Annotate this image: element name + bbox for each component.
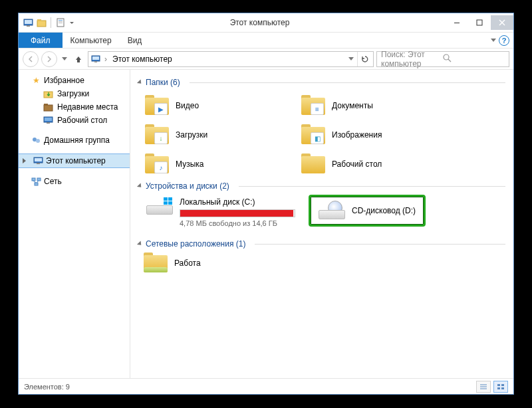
separator: [51, 17, 51, 28]
recent-places-icon: [43, 102, 53, 112]
help-icon[interactable]: ?: [499, 35, 509, 46]
folder-label: Документы: [332, 101, 373, 110]
sidebar-item-label: Недавние места: [57, 102, 118, 112]
view-large-icons-button[interactable]: [493, 381, 508, 393]
svg-rect-6: [59, 20, 63, 21]
drive-label: Локальный диск (C:): [180, 197, 299, 207]
sidebar-item-desktop[interactable]: Рабочий стол: [19, 114, 130, 127]
chevron-right-icon[interactable]: [23, 158, 29, 163]
svg-rect-10: [477, 20, 482, 25]
folder-desktop[interactable]: Рабочий стол: [300, 150, 456, 179]
expand-icon: [137, 79, 143, 85]
breadcrumb-segment[interactable]: Этот компьютер: [110, 54, 175, 64]
folder-icon: ◧: [301, 124, 325, 146]
expand-icon: [137, 241, 143, 247]
network-folder-icon: [144, 253, 168, 274]
highlight-frame: CD-дисковод (D:): [309, 195, 426, 227]
svg-rect-37: [497, 384, 500, 386]
menu-view[interactable]: Вид: [120, 33, 150, 48]
section-folders[interactable]: Папки (6): [138, 78, 505, 87]
sidebar-item-downloads[interactable]: Загрузки: [19, 87, 130, 100]
svg-rect-1: [25, 20, 32, 24]
cd-drive-icon: [319, 201, 345, 221]
breadcrumb-separator-icon[interactable]: ›: [102, 54, 110, 64]
folder-icon: ≡: [301, 95, 325, 116]
section-title: Папки (6): [146, 78, 180, 87]
folder-icon: ♪: [145, 153, 169, 175]
refresh-button[interactable]: [357, 52, 372, 66]
properties-icon[interactable]: [55, 17, 66, 28]
search-icon: [443, 54, 505, 64]
drive-local-c[interactable]: Локальный диск (C:) 4,78 МБ свободно из …: [144, 195, 302, 230]
main-pane[interactable]: Папки (6) ▶ Видео ≡ Документы ↓ Загрузки…: [130, 70, 513, 378]
ribbon-tabs: Файл Компьютер Вид ?: [19, 32, 513, 48]
ribbon-expand-icon[interactable]: [491, 39, 496, 42]
quick-access-toolbar: [23, 17, 74, 28]
folder-label: Видео: [176, 101, 199, 110]
svg-rect-38: [501, 384, 504, 386]
folder-documents[interactable]: ≡ Документы: [300, 91, 456, 120]
svg-rect-8: [59, 23, 63, 23]
svg-rect-19: [44, 105, 53, 111]
svg-rect-23: [47, 122, 50, 124]
drive-label: CD-дисковод (D:): [352, 206, 416, 215]
search-placeholder: Поиск: Этот компьютер: [381, 50, 443, 68]
sidebar-item-recent[interactable]: Недавние места: [19, 100, 130, 114]
sidebar-network[interactable]: Сеть: [19, 175, 130, 188]
section-network[interactable]: Сетевые расположения (1): [138, 239, 505, 249]
folder-label: Изображения: [332, 130, 382, 140]
svg-rect-7: [59, 21, 63, 22]
drive-free-space: 4,78 МБ свободно из 14,6 ГБ: [180, 219, 299, 227]
folder-music[interactable]: ♪ Музыка: [144, 150, 300, 179]
sidebar-item-label: Этот компьютер: [46, 156, 106, 165]
storage-usage-bar: [180, 209, 295, 217]
sidebar-this-pc[interactable]: Этот компьютер: [19, 153, 130, 168]
recent-dropdown-icon[interactable]: [60, 52, 69, 66]
svg-rect-29: [32, 178, 35, 181]
computer-icon: [33, 155, 43, 166]
network-location-item[interactable]: Работа: [138, 253, 505, 274]
address-bar[interactable]: › Этот компьютер: [88, 51, 374, 67]
folder-label: Загрузки: [176, 130, 207, 140]
svg-point-25: [36, 139, 40, 143]
section-title: Устройства и диски (2): [146, 181, 229, 191]
section-devices[interactable]: Устройства и диски (2): [138, 181, 505, 191]
up-button[interactable]: [72, 52, 85, 66]
svg-rect-2: [27, 25, 30, 27]
maximize-button[interactable]: [468, 15, 491, 30]
folder-pictures[interactable]: ◧ Изображения: [300, 120, 456, 150]
folder-label: Рабочий стол: [332, 159, 382, 169]
status-bar: Элементов: 9: [19, 378, 513, 394]
view-details-button[interactable]: [476, 381, 491, 393]
svg-rect-30: [37, 178, 41, 181]
svg-rect-22: [45, 118, 52, 121]
folder-videos[interactable]: ▶ Видео: [144, 91, 300, 120]
menu-file[interactable]: Файл: [19, 33, 63, 49]
folder-icon: [301, 153, 325, 175]
window-title: Этот компьютер: [74, 18, 446, 27]
network-icon: [31, 176, 41, 187]
minimize-button[interactable]: [446, 15, 468, 30]
navigation-pane: ★ Избранное Загрузки Недавние места Рабо…: [19, 70, 130, 378]
svg-rect-39: [497, 387, 500, 389]
svg-rect-4: [37, 19, 41, 21]
back-button[interactable]: [23, 51, 39, 67]
address-dropdown-icon[interactable]: [345, 57, 357, 60]
drive-cd-d[interactable]: CD-дисковод (D:): [312, 198, 422, 223]
explorer-window: Этот компьютер Файл Компьютер Вид ? › Эт…: [18, 13, 514, 395]
search-input[interactable]: Поиск: Этот компьютер: [376, 51, 509, 67]
sidebar-favorites[interactable]: ★ Избранное: [19, 74, 130, 87]
section-title: Сетевые расположения (1): [146, 239, 245, 249]
folder-icon: ▶: [145, 95, 169, 116]
star-icon: ★: [31, 75, 41, 86]
folder-downloads[interactable]: ↓ Загрузки: [144, 120, 300, 150]
sidebar-homegroup[interactable]: Домашняя группа: [19, 134, 130, 147]
status-item-count: Элементов: 9: [24, 383, 70, 391]
close-button[interactable]: [491, 15, 513, 30]
menu-computer[interactable]: Компьютер: [63, 33, 120, 48]
folder-icon: ↓: [145, 124, 169, 146]
forward-button[interactable]: [41, 51, 57, 67]
desktop-icon: [43, 115, 53, 126]
svg-rect-28: [37, 163, 40, 164]
devices-row: Локальный диск (C:) 4,78 МБ свободно из …: [138, 195, 505, 230]
